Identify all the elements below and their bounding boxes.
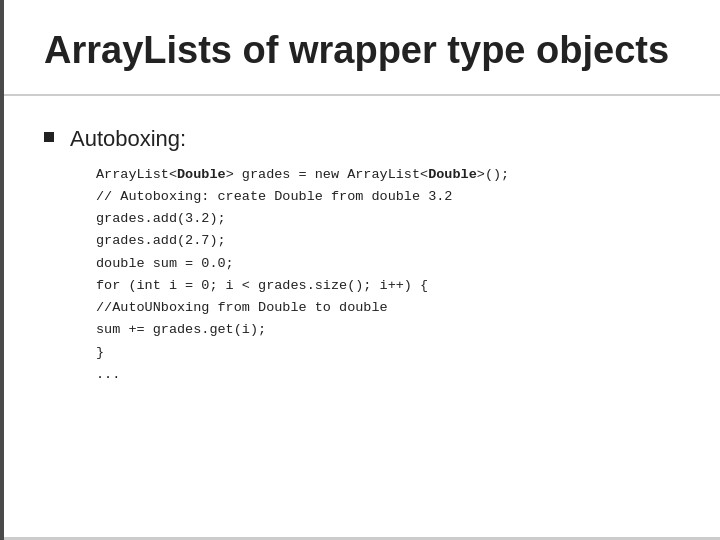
code-line-6: for (int i = 0; i < grades.size(); i++) … bbox=[96, 275, 509, 297]
bullet-item-autoboxing: Autoboxing: ArrayList<Double> grades = n… bbox=[44, 126, 680, 387]
code-line-10: ... bbox=[96, 364, 509, 386]
slide-container: ArrayLists of wrapper type objects Autob… bbox=[0, 0, 720, 540]
code-block: ArrayList<Double> grades = new ArrayList… bbox=[96, 164, 509, 387]
code-line-7: //AutoUNboxing from Double to double bbox=[96, 297, 509, 319]
content-area: Autoboxing: ArrayList<Double> grades = n… bbox=[4, 96, 720, 423]
code-double-2: Double bbox=[428, 167, 477, 182]
code-arraylist: ArrayList< bbox=[96, 167, 177, 182]
code-line-3: grades.add(3.2); bbox=[96, 208, 509, 230]
title-area: ArrayLists of wrapper type objects bbox=[4, 0, 720, 96]
code-line-1: ArrayList<Double> grades = new ArrayList… bbox=[96, 164, 509, 186]
slide-title: ArrayLists of wrapper type objects bbox=[44, 28, 680, 74]
code-grades-new: > grades = new ArrayList< bbox=[226, 167, 429, 182]
code-line-5: double sum = 0.0; bbox=[96, 253, 509, 275]
code-paren: >(); bbox=[477, 167, 509, 182]
code-line-9: } bbox=[96, 342, 509, 364]
code-line-2: // Autoboxing: create Double from double… bbox=[96, 186, 509, 208]
code-line-4: grades.add(2.7); bbox=[96, 230, 509, 252]
bullet-square-icon bbox=[44, 132, 54, 142]
code-double-1: Double bbox=[177, 167, 226, 182]
code-line-8: sum += grades.get(i); bbox=[96, 319, 509, 341]
bullet-label-autoboxing: Autoboxing: bbox=[70, 126, 186, 151]
